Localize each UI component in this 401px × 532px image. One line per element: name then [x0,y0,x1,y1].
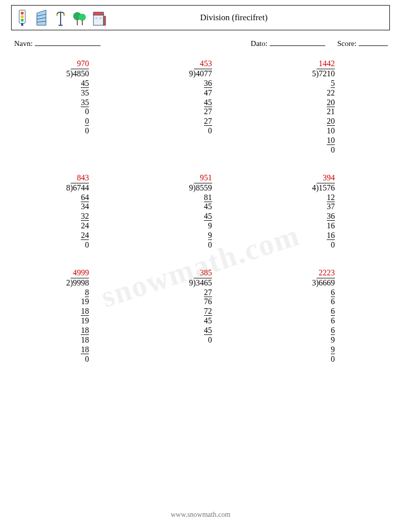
work-line: 9 [312,345,335,355]
quotient: 2223 [317,268,335,278]
divisor-dividend-row: 9)4077 [189,69,212,79]
divisor-dividend-row: 8)6744 [66,183,89,193]
dividend: 4850 [73,69,89,78]
work-line: 0 [66,240,89,250]
work-line: 18 [66,345,89,355]
work-line: 6 [312,326,335,335]
divisor: 3) [312,278,319,288]
division-problem: 3859)3465 27 76 72 45 45 0 [139,268,262,364]
division-problem: 22233)6669 6 6 6 6 6 9 9 0 [262,268,385,364]
date-blank[interactable] [270,37,325,46]
work-line: 16 [312,231,335,240]
problem-grid: 9705)4850 45 35 35 0 0 0 4539)4077 36 47… [11,59,390,364]
work-line: 6 [312,288,335,298]
division-problem: 3944)1576 12 37 36 16 16 0 [262,173,385,250]
work-line: 0 [66,107,89,117]
work-line: 45 [189,98,212,108]
divisor: 9) [189,69,195,79]
work-line: 0 [66,117,89,126]
work-line: 36 [189,79,212,88]
svg-point-1 [21,12,24,15]
work-line: 22 [312,88,335,98]
street-lamp-icon [53,9,68,26]
quotient: 970 [71,59,89,69]
division-problem: 14425)7210 5 22 20 21 20 10 10 0 [262,59,385,155]
divisor: 9) [189,278,195,288]
work-line: 45 [66,79,89,88]
name-blank[interactable] [35,37,101,46]
divisor: 9) [189,183,195,193]
divisor: 2) [66,278,73,288]
svg-rect-17 [93,14,104,25]
worksheet-title: Division (firecifret) [107,13,386,23]
score-label: Score: [337,37,388,48]
dividend: 6669 [319,278,335,287]
score-blank[interactable] [359,37,388,46]
work-line: 24 [66,221,89,231]
work-line: 24 [66,231,89,240]
work-line: 0 [189,335,212,345]
quotient: 385 [194,268,212,278]
work-line: 19 [66,297,89,307]
work-line: 6 [312,307,335,316]
work-line: 19 [66,316,89,326]
work-line: 18 [66,326,89,335]
work-line: 64 [66,193,89,203]
divisor: 5) [312,69,319,79]
work-line: 16 [312,221,335,231]
shop-icon [91,9,107,26]
dividend: 4077 [196,69,212,78]
work-line: 8 [66,288,89,298]
divisor-dividend-row: 9)8559 [189,183,212,193]
dividend: 3465 [196,278,212,287]
division-problem: 9705)4850 45 35 35 0 0 0 [16,59,139,155]
work-line: 0 [312,240,335,250]
trees-icon [72,9,87,26]
quotient: 843 [71,173,89,183]
work-line: 18 [66,335,89,345]
work-line: 18 [66,307,89,316]
division-problem: 9519)8559 81 45 45 9 9 0 [139,173,262,250]
work-line: 9 [312,335,335,345]
svg-rect-12 [59,25,63,26]
header-bar: Division (firecifret) [11,5,390,30]
work-line: 32 [66,212,89,221]
svg-rect-21 [104,16,106,25]
svg-point-2 [21,15,24,18]
dividend: 1576 [319,183,335,192]
work-line: 0 [66,126,89,136]
work-line: 27 [189,288,212,298]
work-line: 27 [189,117,212,126]
work-line: 47 [189,88,212,98]
work-line: 0 [312,146,335,155]
work-line: 0 [312,355,335,364]
work-line: 9 [189,231,212,240]
dividend: 9998 [73,278,89,287]
work-line: 72 [189,307,212,316]
quotient: 394 [317,173,335,183]
division-problem: 8438)6744 64 34 32 24 24 0 [16,173,139,250]
work-line: 37 [312,202,335,212]
svg-rect-20 [99,17,102,19]
header-icons [15,9,107,26]
division-problem: 4539)4077 36 47 45 27 27 0 [139,59,262,155]
date-label: Dato: [250,37,325,48]
divisor-dividend-row: 5)7210 [312,69,335,79]
divisor: 4) [312,183,319,193]
divisor-dividend-row: 4)1576 [312,183,335,193]
svg-rect-15 [77,19,78,25]
work-line: 35 [66,88,89,98]
quotient: 4999 [71,268,89,278]
svg-rect-18 [93,12,104,15]
divisor-dividend-row: 2)9998 [66,278,89,288]
work-line: 6 [312,297,335,307]
quotient: 1442 [317,59,335,69]
work-line: 45 [189,212,212,221]
work-line: 0 [189,126,212,136]
quotient: 951 [194,173,212,183]
meta-row: Navn: Dato: Score: [14,37,388,48]
work-line: 81 [189,193,212,203]
work-line: 10 [312,126,335,136]
divisor: 8) [66,183,73,193]
divisor: 5) [66,69,73,79]
